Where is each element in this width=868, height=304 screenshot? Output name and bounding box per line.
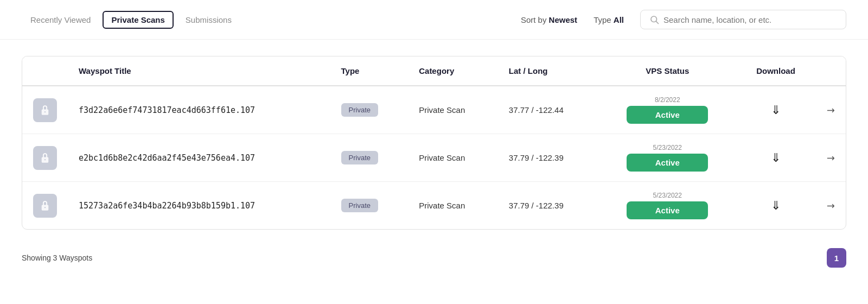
latlong-cell: 37.77 / -122.44	[498, 86, 599, 134]
svg-point-3	[44, 111, 46, 112]
expand-icon[interactable]: ↗	[824, 103, 838, 117]
expand-icon[interactable]: ↗	[824, 198, 838, 212]
vps-status-cell: 5/23/2022 Active	[599, 134, 736, 182]
col-title: Wayspot Title	[68, 56, 330, 86]
expand-icon[interactable]: ↗	[824, 150, 838, 164]
lock-cell	[22, 182, 68, 230]
page-number[interactable]: 1	[827, 248, 846, 268]
svg-line-1	[656, 21, 658, 23]
latlong-cell: 37.79 / -122.39	[498, 134, 599, 182]
sort-by-label[interactable]: Sort by Newest	[521, 15, 577, 24]
vps-status-cell: 8/2/2022 Active	[599, 86, 736, 134]
lock-svg	[40, 104, 50, 116]
type-badge: Private	[341, 103, 378, 117]
search-icon	[649, 15, 659, 24]
table-header-row: Wayspot Title Type Category Lat / Long V…	[22, 56, 846, 86]
download-cell[interactable]: ⇓	[736, 134, 816, 182]
main-content: Wayspot Title Type Category Lat / Long V…	[0, 40, 868, 240]
lock-icon	[33, 98, 57, 122]
tab-group: Recently Viewed Private Scans Submission…	[22, 11, 240, 29]
category-cell: Private Scan	[408, 182, 498, 230]
category-cell: Private Scan	[408, 134, 498, 182]
vps-date: 8/2/2022	[610, 96, 725, 104]
type-cell: Private	[330, 86, 409, 134]
footer: Showing 3 Wayspots 1	[0, 240, 868, 273]
type-cell: Private	[330, 134, 409, 182]
download-icon[interactable]: ⇓	[771, 103, 781, 117]
type-badge: Private	[341, 151, 378, 164]
tab-private-scans[interactable]: Private Scans	[103, 11, 173, 29]
tab-submissions[interactable]: Submissions	[177, 11, 240, 29]
expand-cell[interactable]: ↗	[816, 182, 846, 230]
category-cell: Private Scan	[408, 86, 498, 134]
wayspot-title: 15273a2a6fe34b4ba2264b93b8b159b1.107	[68, 182, 330, 230]
search-input[interactable]	[663, 15, 837, 24]
col-latlong: Lat / Long	[498, 56, 599, 86]
download-cell[interactable]: ⇓	[736, 86, 816, 134]
col-icon	[22, 56, 68, 86]
col-download: Download	[736, 56, 816, 86]
wayspot-title: e2bc1d6b8e2c42d6aa2f45e43e756ea4.107	[68, 134, 330, 182]
active-badge: Active	[627, 201, 708, 219]
search-box[interactable]	[640, 10, 846, 29]
expand-cell[interactable]: ↗	[816, 86, 846, 134]
latlong-cell: 37.79 / -122.39	[498, 182, 599, 230]
lock-svg	[40, 152, 50, 164]
type-badge: Private	[341, 199, 378, 212]
sort-type-group: Sort by Newest Type All	[521, 15, 624, 24]
vps-status-cell: 5/23/2022 Active	[599, 182, 736, 230]
table-row: 15273a2a6fe34b4ba2264b93b8b159b1.107 Pri…	[22, 182, 846, 230]
lock-cell	[22, 134, 68, 182]
tab-recently-viewed[interactable]: Recently Viewed	[22, 11, 99, 29]
lock-cell	[22, 86, 68, 134]
download-icon[interactable]: ⇓	[771, 199, 781, 212]
wayspot-title: f3d22a6e6ef74731817eac4d663ff61e.107	[68, 86, 330, 134]
top-bar: Recently Viewed Private Scans Submission…	[0, 0, 868, 40]
vps-date: 5/23/2022	[610, 192, 725, 199]
active-badge: Active	[627, 106, 708, 124]
type-filter-label[interactable]: Type All	[593, 15, 624, 24]
svg-point-7	[44, 206, 46, 207]
lock-svg	[40, 200, 50, 212]
svg-point-5	[44, 159, 46, 160]
active-badge: Active	[627, 154, 708, 172]
lock-icon	[33, 194, 57, 218]
table-row: e2bc1d6b8e2c42d6aa2f45e43e756ea4.107 Pri…	[22, 134, 846, 182]
showing-count: Showing 3 Wayspots	[22, 254, 92, 262]
download-cell[interactable]: ⇓	[736, 182, 816, 230]
download-icon[interactable]: ⇓	[771, 151, 781, 164]
col-expand	[816, 56, 846, 86]
vps-date: 5/23/2022	[610, 144, 725, 151]
col-category: Category	[408, 56, 498, 86]
lock-icon	[33, 146, 57, 170]
wayspot-table: Wayspot Title Type Category Lat / Long V…	[22, 56, 846, 230]
col-vps-status: VPS Status	[599, 56, 736, 86]
table-row: f3d22a6e6ef74731817eac4d663ff61e.107 Pri…	[22, 86, 846, 134]
col-type: Type	[330, 56, 409, 86]
expand-cell[interactable]: ↗	[816, 134, 846, 182]
type-cell: Private	[330, 182, 409, 230]
